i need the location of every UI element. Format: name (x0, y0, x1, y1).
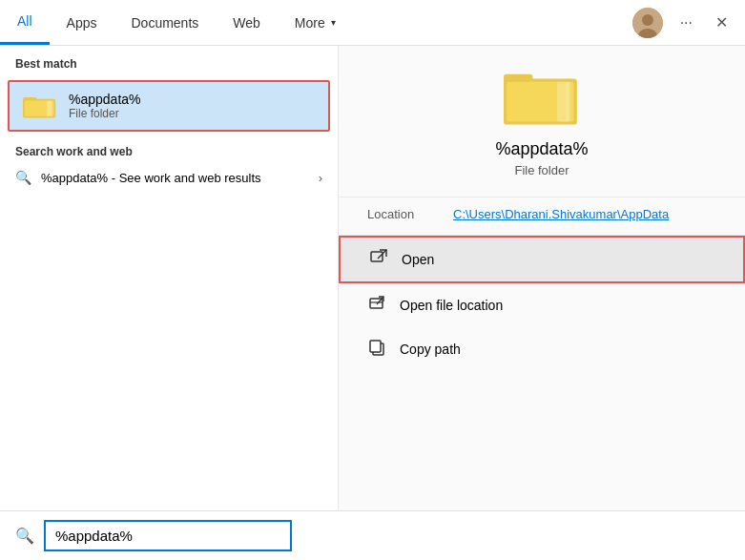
more-options-button[interactable]: ··· (674, 10, 698, 35)
best-match-title: %appdata% (69, 92, 141, 107)
copy-path-icon (367, 339, 386, 360)
open-icon (369, 249, 388, 270)
search-bar-icon: 🔍 (15, 527, 34, 545)
web-result-suffix: - See work and web results (108, 171, 260, 185)
svg-point-1 (642, 14, 653, 26)
detail-top: %appdata% File folder (339, 65, 745, 197)
open-location-icon (367, 295, 386, 316)
close-icon: ✕ (715, 14, 728, 31)
tab-web[interactable]: Web (216, 0, 278, 45)
web-result-item[interactable]: 🔍 %appdata% - See work and web results › (0, 162, 338, 193)
svg-rect-18 (370, 341, 381, 352)
svg-rect-12 (371, 252, 383, 261)
action-list: Open Open file location (339, 235, 745, 371)
best-match-subtitle: File folder (69, 107, 141, 120)
folder-icon-small (23, 92, 57, 120)
top-bar: All Apps Documents Web More ▾ ··· ✕ (0, 0, 745, 46)
open-location-icon-svg (368, 295, 385, 312)
top-bar-right: ··· ✕ (632, 0, 745, 45)
best-match-label: Best match (0, 46, 338, 76)
tab-more[interactable]: More ▾ (278, 0, 353, 45)
detail-title: %appdata% (495, 139, 588, 159)
action-open[interactable]: Open (339, 236, 745, 283)
svg-rect-6 (47, 101, 52, 116)
search-bar: 🔍 (0, 510, 745, 560)
main-content: Best match %appdata% File folder Search … (0, 46, 745, 510)
detail-location-value[interactable]: C:\Users\Dharani.Shivakumar\AppData (453, 207, 669, 221)
open-icon-svg (370, 249, 387, 266)
search-input[interactable] (44, 520, 292, 551)
copy-path-icon-svg (368, 339, 385, 356)
best-match-item[interactable]: %appdata% File folder (8, 80, 330, 132)
avatar-image (632, 8, 663, 38)
detail-location-label: Location (367, 207, 453, 221)
tab-documents[interactable]: Documents (114, 0, 216, 45)
folder-icon-large (504, 65, 580, 128)
action-open-location[interactable]: Open file location (339, 283, 745, 327)
web-result-text: %appdata% - See work and web results (41, 171, 261, 185)
svg-rect-11 (567, 82, 571, 122)
tab-more-label: More (295, 15, 325, 31)
tab-all[interactable]: All (0, 0, 50, 45)
best-match-text: %appdata% File folder (69, 92, 141, 120)
action-copy-path-label: Copy path (400, 342, 461, 357)
right-panel: %appdata% File folder Location C:\Users\… (339, 46, 745, 510)
close-button[interactable]: ✕ (710, 10, 734, 35)
chevron-down-icon: ▾ (331, 17, 336, 28)
search-web-label: Search work and web (0, 135, 338, 162)
detail-location-row: Location C:\Users\Dharani.Shivakumar\App… (339, 197, 745, 231)
action-open-location-label: Open file location (400, 298, 503, 313)
search-icon: 🔍 (15, 170, 31, 185)
ellipsis-icon: ··· (680, 14, 693, 31)
action-open-label: Open (402, 252, 434, 267)
tab-web-label: Web (233, 15, 260, 31)
left-panel: Best match %appdata% File folder Search … (0, 46, 339, 510)
tab-apps[interactable]: Apps (50, 0, 114, 45)
action-copy-path[interactable]: Copy path (339, 327, 745, 371)
tab-apps-label: Apps (67, 15, 97, 31)
tab-documents-label: Documents (131, 15, 198, 31)
tab-all-label: All (17, 13, 32, 29)
detail-subtitle: File folder (514, 163, 569, 177)
avatar[interactable] (632, 8, 663, 38)
arrow-right-icon: › (319, 171, 322, 185)
web-result-query: %appdata% (41, 171, 108, 185)
